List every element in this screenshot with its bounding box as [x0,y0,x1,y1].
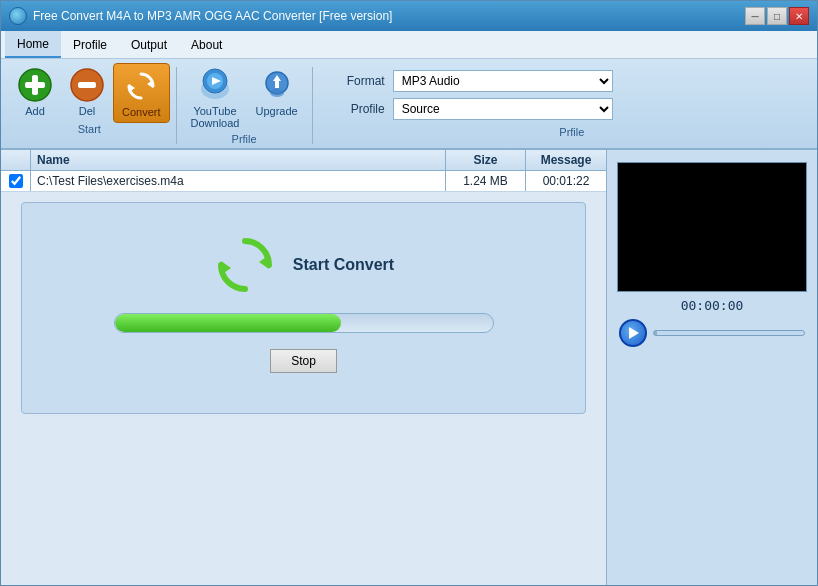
file-panel: Name Size Message C:\Test Files\exercise… [1,150,607,585]
youtube-button[interactable]: YouTube Download [183,63,248,133]
convert-dialog: Start Convert Stop [21,202,586,414]
youtube-label: YouTube Download [191,105,240,129]
convert-header: Start Convert [213,233,394,297]
svg-rect-12 [275,80,279,88]
profile-select[interactable]: Source [393,98,613,120]
svg-marker-6 [129,84,135,92]
upgrade-button[interactable]: Upgrade [247,63,305,133]
profile-label: Profile [335,102,385,116]
row-checkbox[interactable] [9,174,23,188]
file-table-header: Name Size Message [1,150,606,171]
toolbar-start-group: Add Del [9,63,170,148]
stop-button[interactable]: Stop [270,349,337,373]
progress-bar-fill [115,314,342,332]
window-controls: ─ □ ✕ [745,7,809,25]
format-label: Format [335,74,385,88]
convert-label: Start Convert [293,256,394,274]
row-name: C:\Test Files\exercises.m4a [31,171,446,191]
prfile-label: Prfile [232,133,257,148]
convert-button[interactable]: Convert [113,63,170,123]
seek-bar[interactable] [653,330,805,336]
convert-arrows-icon [213,233,277,297]
video-preview [617,162,807,292]
del-icon [69,67,105,103]
main-window: Free Convert M4A to MP3 AMR OGG AAC Conv… [0,0,818,586]
add-button[interactable]: Add [9,63,61,123]
minimize-button[interactable]: ─ [745,7,765,25]
format-row: Format MP3 Audio AAC Audio OGG Audio AMR… [335,70,809,92]
row-message: 00:01:22 [526,171,606,191]
menu-output[interactable]: Output [119,31,179,58]
menu-home[interactable]: Home [5,31,61,58]
format-profile-section: Format MP3 Audio AAC Audio OGG Audio AMR… [335,63,809,148]
main-content: Name Size Message C:\Test Files\exercise… [1,149,817,585]
menu-bar: Home Profile Output About [1,31,817,59]
svg-marker-14 [221,261,231,275]
row-check [1,171,31,191]
menu-profile[interactable]: Profile [61,31,119,58]
start-label: Start [78,123,101,138]
youtube-icon [197,67,233,103]
svg-rect-4 [78,82,96,88]
svg-marker-13 [259,255,269,269]
toolbar-youtube-buttons: YouTube Download Upgrade [183,63,306,133]
toolbar: Add Del [1,59,817,149]
del-button[interactable]: Del [61,63,113,123]
play-button[interactable] [619,319,647,347]
col-size: Size [446,150,526,170]
toolbar-divider-2 [312,67,313,144]
player-controls [615,319,809,347]
maximize-button[interactable]: □ [767,7,787,25]
upgrade-icon [259,67,295,103]
col-check [1,150,31,170]
progress-bar-container [114,313,494,333]
toolbar-divider-1 [176,67,177,144]
col-message: Message [526,150,606,170]
title-bar-left: Free Convert M4A to MP3 AMR OGG AAC Conv… [9,7,392,25]
col-name: Name [31,150,446,170]
menu-about[interactable]: About [179,31,234,58]
preview-panel: 00:00:00 [607,150,817,585]
play-icon [629,327,639,339]
window-title: Free Convert M4A to MP3 AMR OGG AAC Conv… [33,9,392,23]
format-select[interactable]: MP3 Audio AAC Audio OGG Audio AMR Audio … [393,70,613,92]
svg-marker-5 [147,80,153,88]
svg-point-11 [270,89,284,97]
table-row: C:\Test Files\exercises.m4a 1.24 MB 00:0… [1,171,606,192]
close-button[interactable]: ✕ [789,7,809,25]
profile-row: Profile Source [335,98,809,120]
toolbar-buttons: Add Del [9,63,170,123]
time-display: 00:00:00 [681,298,744,313]
svg-rect-2 [25,82,45,88]
app-icon [9,7,27,25]
prfile-section-label: Prfile [335,126,809,142]
toolbar-youtube-group: YouTube Download Upgrade Prfile [183,63,306,148]
row-size: 1.24 MB [446,171,526,191]
convert-icon [123,68,159,104]
title-bar: Free Convert M4A to MP3 AMR OGG AAC Conv… [1,1,817,31]
add-icon [17,67,53,103]
